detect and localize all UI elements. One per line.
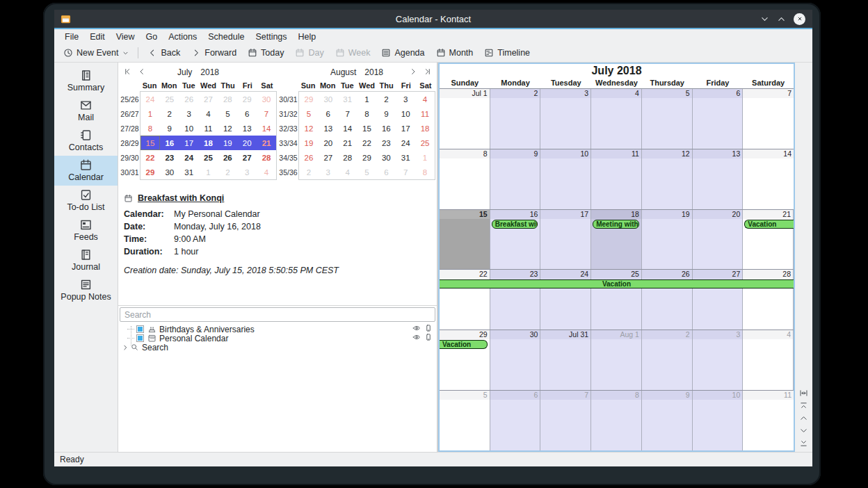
fit-view-button[interactable] — [799, 389, 808, 398]
sidebar-item-journal[interactable]: Journal — [54, 245, 118, 275]
sidebar-item-summary[interactable]: Summary — [54, 66, 118, 96]
mini-day[interactable]: 4 — [199, 106, 218, 121]
new-event-button[interactable]: New Event — [58, 44, 134, 62]
month-cell[interactable]: Aug 1 — [591, 330, 642, 390]
mini-day[interactable]: 18 — [199, 136, 218, 150]
month-cell[interactable]: 5 — [440, 391, 490, 450]
mini-day[interactable]: 27 — [237, 150, 257, 165]
mini-day[interactable]: 16 — [376, 121, 396, 136]
event-breakfast-with[interactable]: Breakfast with... — [492, 220, 538, 229]
sidebar-item-mail[interactable]: Mail — [54, 96, 118, 126]
mini-day[interactable]: 3 — [179, 106, 199, 121]
month-cell[interactable]: Jul 1 — [440, 89, 490, 149]
month-cell[interactable]: 30 — [490, 330, 541, 390]
mini-day[interactable]: 24 — [179, 150, 199, 165]
month-cell[interactable]: 4 — [743, 330, 794, 390]
month-cell[interactable]: 9 — [490, 149, 541, 209]
calendar-checkbox[interactable] — [136, 325, 144, 333]
mini-day[interactable]: 26 — [299, 150, 319, 165]
mini-day[interactable]: 6 — [376, 165, 396, 179]
calendar-list-item[interactable]: Birthdays & Anniversaries — [118, 325, 437, 334]
month-cell[interactable]: 29 — [440, 330, 490, 390]
month-cell[interactable]: 19 — [642, 210, 693, 270]
mini-day[interactable]: 28 — [218, 92, 237, 106]
mini-day[interactable]: 26 — [179, 92, 199, 106]
month-cell[interactable]: 6 — [693, 89, 744, 149]
month-cell[interactable]: 13 — [693, 149, 744, 209]
mini-day[interactable]: 1 — [199, 165, 218, 179]
mini-day[interactable]: 11 — [415, 106, 435, 121]
event-vacation[interactable]: Vacation — [744, 220, 794, 229]
mini-day[interactable]: 1 — [140, 106, 160, 121]
week-number[interactable]: 29/30 — [120, 150, 140, 165]
mini-day[interactable]: 22 — [140, 150, 160, 165]
mini-day[interactable]: 30 — [160, 165, 179, 179]
mini-day[interactable]: 12 — [218, 121, 237, 136]
sidebar-item-calendar[interactable]: Calendar — [54, 156, 118, 186]
mini-year[interactable]: 2018 — [364, 67, 383, 77]
mini-day[interactable]: 24 — [396, 136, 415, 150]
month-cell[interactable]: 7 — [540, 391, 591, 450]
month-cell[interactable]: 24 — [540, 270, 591, 330]
mini-day[interactable]: 30 — [376, 150, 396, 165]
month-cell[interactable]: 10 — [540, 149, 591, 209]
mini-day[interactable]: 24 — [140, 92, 160, 106]
mini-day[interactable]: 31 — [338, 92, 357, 106]
mini-day[interactable]: 8 — [140, 121, 160, 136]
mini-day[interactable]: 5 — [299, 106, 319, 121]
scroll-to-end-button[interactable] — [799, 439, 808, 448]
month-cell[interactable]: 10 — [693, 391, 744, 450]
calendar-list-item[interactable]: Search — [118, 343, 437, 352]
month-cell[interactable]: 12 — [642, 149, 693, 209]
month-button[interactable]: Month — [431, 44, 479, 62]
mini-day[interactable]: 15 — [140, 136, 160, 150]
mini-day[interactable]: 3 — [319, 165, 338, 179]
menu-settings[interactable]: Settings — [250, 32, 292, 42]
week-number[interactable]: 35/36 — [278, 165, 298, 179]
month-cell[interactable]: Jul 31 — [540, 330, 591, 390]
mini-day[interactable]: 8 — [415, 165, 435, 179]
mini-day[interactable]: 14 — [257, 121, 276, 136]
mini-year[interactable]: 2018 — [200, 67, 219, 77]
mini-day[interactable]: 8 — [357, 106, 377, 121]
device-button[interactable] — [424, 333, 433, 343]
month-cell[interactable]: 2 — [490, 89, 541, 149]
week-number[interactable]: 27/28 — [120, 121, 140, 136]
month-cell[interactable]: 21 — [743, 210, 794, 270]
mini-day[interactable]: 2 — [299, 165, 319, 179]
mini-day[interactable]: 1 — [415, 150, 435, 165]
sidebar-item-popup-notes[interactable]: Popup Notes — [54, 275, 118, 305]
next-year-button[interactable] — [424, 67, 432, 78]
month-cell[interactable]: 2 — [642, 330, 693, 390]
agenda-button[interactable]: Agenda — [376, 44, 430, 62]
mini-day[interactable]: 27 — [199, 92, 218, 106]
eye-button[interactable] — [412, 333, 421, 343]
mini-day[interactable]: 5 — [218, 106, 237, 121]
menu-edit[interactable]: Edit — [84, 32, 111, 42]
month-cell[interactable]: 22 — [440, 270, 490, 330]
mini-day[interactable]: 23 — [160, 150, 179, 165]
mini-day[interactable]: 16 — [160, 136, 179, 150]
mini-day[interactable]: 6 — [319, 106, 338, 121]
month-cell[interactable]: 27 — [693, 270, 744, 330]
sidebar-item-feeds[interactable]: Feeds — [54, 215, 118, 245]
mini-day[interactable]: 5 — [357, 165, 377, 179]
mini-day[interactable]: 22 — [357, 136, 377, 150]
mini-day[interactable]: 6 — [237, 106, 257, 121]
mini-day[interactable]: 20 — [319, 136, 338, 150]
mini-day[interactable]: 17 — [179, 136, 199, 150]
menu-file[interactable]: File — [59, 32, 84, 42]
back-button[interactable]: Back — [142, 44, 186, 62]
calendar-checkbox[interactable] — [136, 334, 144, 342]
month-cell[interactable]: 11 — [591, 149, 642, 209]
mini-day[interactable]: 7 — [338, 106, 357, 121]
calendar-name[interactable]: Birthdays & Anniversaries — [159, 325, 255, 334]
month-cell[interactable]: 15 — [440, 210, 490, 270]
week-number[interactable]: 25/26 — [120, 92, 140, 106]
mini-day[interactable]: 30 — [257, 92, 276, 106]
month-cell[interactable]: 4 — [591, 89, 642, 149]
month-cell[interactable]: 11 — [743, 391, 794, 450]
mini-day[interactable]: 1 — [357, 92, 377, 106]
maximize-button[interactable] — [777, 15, 786, 24]
mini-day[interactable]: 31 — [179, 165, 199, 179]
